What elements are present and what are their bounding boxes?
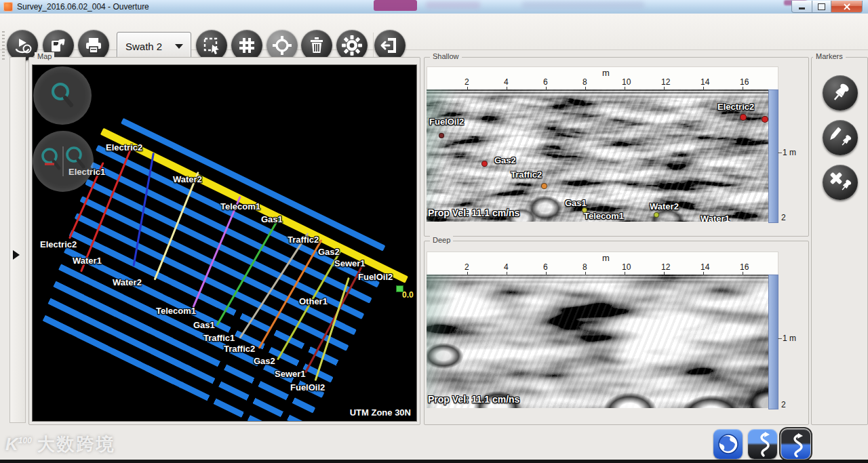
gear-icon	[341, 35, 363, 56]
window-bottom-edge	[0, 460, 868, 463]
ruler-unit: m	[602, 253, 610, 263]
ruler-tick-label: 12	[661, 77, 670, 87]
shallow-panel: Shallow m 246810121416 FuelOil2Electric2…	[424, 57, 809, 237]
utility-label: Other1	[299, 296, 328, 306]
pushpin-icon	[829, 81, 852, 104]
marker-dot[interactable]	[439, 133, 444, 138]
ruler-tick-label: 10	[622, 262, 631, 272]
ruler-tick-label: 2	[465, 77, 469, 87]
shallow-ruler: m 246810121416	[427, 66, 778, 91]
marker-dot[interactable]	[481, 161, 488, 167]
shallow-radargram[interactable]: FuelOil2Electric2Gas2Traffic2Gas1Telecom…	[427, 89, 768, 222]
magnifier-pair-icon	[38, 144, 88, 179]
zoom-out-in-buttons[interactable]	[33, 131, 94, 192]
watermark-smudge	[426, 1, 480, 9]
origin-label: 0.0	[402, 290, 414, 300]
map-view-button[interactable]	[713, 429, 743, 459]
shallow-panel-title: Shallow	[430, 52, 462, 60]
swath-line[interactable]	[64, 247, 334, 382]
minimize-icon	[799, 7, 805, 9]
radar-utility-label: Gas2	[494, 155, 516, 165]
utility-label: Sewer1	[334, 258, 366, 268]
swath-line-solid	[53, 281, 199, 357]
swath-line[interactable]	[53, 281, 315, 414]
utility-label: Traffic2	[288, 235, 319, 245]
zoom-in-button[interactable]	[33, 66, 92, 125]
ruler-tick-label: 16	[740, 77, 749, 87]
edge-tint	[427, 275, 768, 408]
marker-dot[interactable]	[582, 207, 587, 213]
radar-utility-label: FuelOil2	[429, 117, 464, 127]
utility-label: Gas2	[318, 247, 340, 257]
delete-pin-icon	[828, 170, 852, 195]
grid-icon	[237, 35, 257, 56]
marker-dot[interactable]	[740, 114, 747, 121]
title-bar: Survey_2016.06.02_004 - Ouverture	[0, 0, 868, 14]
ruler-tick-label: 16	[740, 262, 749, 272]
map-canvas[interactable]: Electric2Electric1Water2Telecom1Gas1Traf…	[32, 64, 417, 422]
utility-label: FuelOil2	[358, 272, 393, 282]
prop-velocity-label: Prop Vel: 11.1 cm/ns	[428, 207, 519, 218]
utm-zone-label: UTM Zone 30N	[350, 407, 411, 418]
utility-label: Telecom1	[220, 201, 260, 212]
depth-scale-bar	[768, 89, 778, 223]
deep-ruler: m 246810121416	[427, 251, 778, 276]
utility-label: Sewer1	[275, 369, 306, 379]
utility-label: Traffic2	[224, 344, 255, 354]
swath-line[interactable]	[121, 118, 385, 251]
radar-utility-label: Water1	[701, 214, 730, 222]
map-panel-title: Map	[35, 52, 54, 60]
close-button[interactable]	[831, 1, 863, 13]
delete-marker-button[interactable]	[823, 165, 858, 200]
ruler-tick-label: 4	[504, 262, 509, 272]
marker-dot[interactable]	[541, 183, 547, 189]
depth-tick	[778, 153, 782, 153]
watermark-smudge	[522, 1, 644, 9]
deep-view-button[interactable]	[781, 429, 810, 459]
shallow-view-button[interactable]	[748, 429, 777, 459]
ruler-tick-label: 6	[543, 77, 548, 87]
utility-label: Gas1	[193, 320, 215, 330]
utility-label: Gas1	[261, 214, 283, 224]
select-area-icon	[201, 35, 222, 56]
utility-label: Traffic1	[203, 333, 235, 343]
swath-selected-value: Swath 2	[117, 41, 175, 52]
toolbar-gripper[interactable]	[2, 31, 5, 60]
watermark-logo: K100	[5, 434, 32, 455]
expand-panel-button[interactable]	[13, 250, 20, 260]
prop-velocity-label: Prop Vel: 11.1 cm/ns	[428, 394, 519, 405]
magnifier-icon	[46, 79, 79, 112]
run-scan-icon	[12, 35, 33, 56]
edit-marker-button[interactable]	[823, 120, 858, 155]
trace-icon	[751, 430, 774, 458]
print-icon	[83, 35, 104, 56]
ruler-tick-label: 2	[465, 262, 469, 272]
deep-radargram[interactable]: Prop Vel: 11.1 cm/ns	[427, 275, 768, 408]
marker-dot[interactable]	[762, 116, 768, 123]
ruler-tick-label: 8	[583, 262, 587, 272]
depth-label-2m: 2	[781, 213, 786, 222]
pencil-pin-icon	[828, 125, 852, 150]
target-icon	[271, 35, 293, 56]
minimize-button[interactable]	[791, 1, 812, 13]
trash-icon	[307, 35, 327, 56]
utility-label: Telecom1	[156, 306, 196, 316]
radar-utility-label: Telecom1	[584, 211, 624, 221]
markers-panel-title: Markers	[813, 52, 846, 60]
watermark-text: 大数跨境	[37, 432, 116, 456]
utility-label: Water2	[113, 277, 142, 287]
swath-line-solid	[58, 264, 205, 340]
add-marker-button[interactable]	[823, 75, 858, 110]
ruler-tick-label: 14	[701, 262, 709, 272]
swath-selector[interactable]: Swath 2	[117, 32, 191, 60]
marker-dot[interactable]	[654, 212, 659, 218]
utility-label: Electric2	[40, 239, 77, 249]
markers-panel: Markers	[811, 57, 868, 425]
maximize-button[interactable]	[812, 1, 831, 13]
radar-utility-label: Water2	[650, 201, 679, 212]
depth-scale-bar	[768, 275, 778, 409]
utility-label: Gas2	[254, 356, 275, 366]
utility-label: Water2	[173, 174, 202, 184]
maximize-icon	[818, 3, 825, 10]
depth-label-1m: 1 m	[783, 334, 796, 343]
